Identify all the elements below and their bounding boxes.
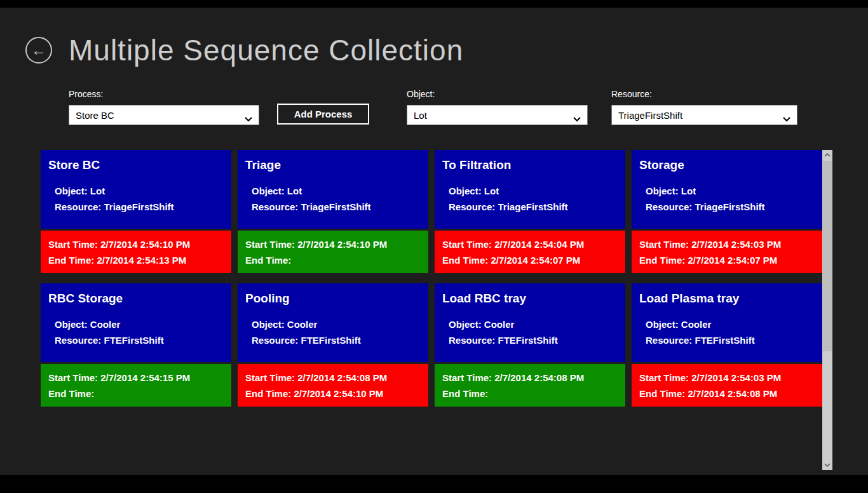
resource-label: Resource: <box>646 201 692 212</box>
object-label: Object: <box>407 89 588 99</box>
resource-line: Resource: TriageFirstShift <box>646 199 815 215</box>
app-window: ← Multiple Sequence Collection Process: … <box>0 0 868 493</box>
object-value: Lot <box>681 186 696 196</box>
resource-line: Resource: FTEFirstShift <box>252 332 421 348</box>
end-time-label: End Time: <box>442 255 488 266</box>
start-time-line: Start Time: 2/7/2014 2:54:10 PM <box>48 236 224 252</box>
start-time-line: Start Time: 2/7/2014 2:54:10 PM <box>245 236 421 252</box>
back-button[interactable]: ← <box>25 37 52 64</box>
card-header: Store BC Object: Lot Resource: TriageFir… <box>41 150 231 229</box>
object-label: Object: <box>646 319 679 330</box>
start-time-value: 2/7/2014 2:54:08 PM <box>494 372 584 383</box>
end-time-value: 2/7/2014 2:54:08 PM <box>688 388 777 399</box>
card-time-panel: Start Time: 2/7/2014 2:54:04 PM End Time… <box>435 231 625 273</box>
process-dropdown[interactable]: Store BC <box>69 105 259 125</box>
start-time-line: Start Time: 2/7/2014 2:54:03 PM <box>639 236 815 252</box>
resource-value: FTEFirstShift <box>104 335 164 346</box>
end-time-line: End Time: 2/7/2014 2:54:08 PM <box>639 386 815 402</box>
resource-line: Resource: FTEFirstShift <box>449 332 618 348</box>
resource-line: Resource: FTEFirstShift <box>646 332 815 348</box>
end-time-value: 2/7/2014 2:54:07 PM <box>688 255 777 266</box>
object-label: Object: <box>449 186 482 196</box>
object-value: Lot <box>287 186 302 196</box>
card-time-panel: Start Time: 2/7/2014 2:54:08 PM End Time… <box>435 364 625 407</box>
process-card[interactable]: Load Plasma tray Object: Cooler Resource… <box>632 283 822 407</box>
start-time-label: Start Time: <box>48 239 98 250</box>
vertical-scrollbar[interactable] <box>822 150 832 470</box>
process-card[interactable]: Load RBC tray Object: Cooler Resource: F… <box>435 283 625 407</box>
card-time-panel: Start Time: 2/7/2014 2:54:15 PM End Time… <box>41 364 231 407</box>
resource-value: TriageFirstShift <box>104 201 174 212</box>
process-card[interactable]: Triage Object: Lot Resource: TriageFirst… <box>238 150 428 273</box>
start-time-label: Start Time: <box>48 372 98 383</box>
resource-label: Resource: <box>611 89 797 99</box>
top-edge-bar <box>0 0 868 8</box>
object-line: Object: Cooler <box>252 316 421 332</box>
object-line: Object: Lot <box>252 183 421 199</box>
process-card[interactable]: Storage Object: Lot Resource: TriageFirs… <box>632 150 822 273</box>
object-line: Object: Lot <box>646 183 815 199</box>
card-title: Load Plasma tray <box>639 292 815 306</box>
resource-line: Resource: TriageFirstShift <box>252 199 421 215</box>
resource-label: Resource: <box>646 335 692 346</box>
end-time-label: End Time: <box>245 388 291 399</box>
add-process-button[interactable]: Add Process <box>277 104 369 125</box>
card-time-panel: Start Time: 2/7/2014 2:54:10 PM End Time… <box>238 231 428 273</box>
start-time-line: Start Time: 2/7/2014 2:54:08 PM <box>442 370 618 386</box>
process-dropdown-value: Store BC <box>76 110 114 121</box>
object-label: Object: <box>252 186 285 196</box>
card-header: Pooling Object: Cooler Resource: FTEFirs… <box>238 283 428 362</box>
card-time-panel: Start Time: 2/7/2014 2:54:03 PM End Time… <box>632 364 822 407</box>
end-time-value: 2/7/2014 2:54:10 PM <box>294 388 383 399</box>
start-time-label: Start Time: <box>442 372 492 383</box>
end-time-line: End Time: <box>48 386 224 402</box>
start-time-line: Start Time: 2/7/2014 2:54:04 PM <box>442 236 618 252</box>
end-time-line: End Time: 2/7/2014 2:54:10 PM <box>245 386 421 402</box>
end-time-line: End Time: 2/7/2014 2:54:07 PM <box>442 252 618 268</box>
back-arrow-icon: ← <box>31 43 46 58</box>
start-time-line: Start Time: 2/7/2014 2:54:03 PM <box>639 370 815 386</box>
object-dropdown[interactable]: Lot <box>407 105 588 125</box>
resource-dropdown[interactable]: TriageFirstShift <box>611 105 797 125</box>
end-time-line: End Time: <box>245 252 421 268</box>
card-time-panel: Start Time: 2/7/2014 2:54:08 PM End Time… <box>238 364 428 407</box>
card-title: Load RBC tray <box>442 292 618 306</box>
end-time-line: End Time: <box>442 386 618 402</box>
start-time-value: 2/7/2014 2:54:15 PM <box>100 372 190 383</box>
resource-label: Resource: <box>252 335 298 346</box>
process-card[interactable]: To Filtration Object: Lot Resource: Tria… <box>435 150 625 273</box>
object-line: Object: Cooler <box>646 316 815 332</box>
end-time-label: End Time: <box>639 255 685 266</box>
bottom-edge-bar <box>0 475 868 493</box>
start-time-value: 2/7/2014 2:54:04 PM <box>494 239 584 250</box>
resource-label: Resource: <box>55 335 101 346</box>
resource-label: Resource: <box>449 201 495 212</box>
object-line: Object: Cooler <box>449 316 618 332</box>
resource-value: TriageFirstShift <box>695 201 765 212</box>
scrollbar-thumb[interactable] <box>823 161 832 351</box>
process-card[interactable]: RBC Storage Object: Cooler Resource: FTE… <box>41 283 231 407</box>
object-value: Cooler <box>90 319 121 330</box>
process-label: Process: <box>69 89 259 99</box>
resource-value: FTEFirstShift <box>695 335 755 346</box>
scroll-down-icon[interactable] <box>822 460 832 470</box>
chevron-down-icon <box>573 113 581 124</box>
object-value: Lot <box>90 186 105 196</box>
start-time-value: 2/7/2014 2:54:03 PM <box>691 372 781 383</box>
process-card-grid: Store BC Object: Lot Resource: TriageFir… <box>41 150 822 407</box>
end-time-line: End Time: 2/7/2014 2:54:07 PM <box>639 252 815 268</box>
object-value: Cooler <box>681 319 712 330</box>
resource-label: Resource: <box>449 335 495 346</box>
card-title: Store BC <box>48 158 224 172</box>
chevron-down-icon <box>783 113 790 124</box>
card-header: RBC Storage Object: Cooler Resource: FTE… <box>41 283 231 362</box>
scroll-up-icon[interactable] <box>822 150 832 160</box>
card-title: RBC Storage <box>48 292 224 306</box>
process-card[interactable]: Store BC Object: Lot Resource: TriageFir… <box>41 150 231 273</box>
start-time-label: Start Time: <box>639 372 689 383</box>
object-line: Object: Lot <box>449 183 618 199</box>
resource-value: FTEFirstShift <box>498 335 558 346</box>
object-label: Object: <box>646 186 679 196</box>
process-card[interactable]: Pooling Object: Cooler Resource: FTEFirs… <box>238 283 428 407</box>
resource-value: TriageFirstShift <box>498 201 568 212</box>
